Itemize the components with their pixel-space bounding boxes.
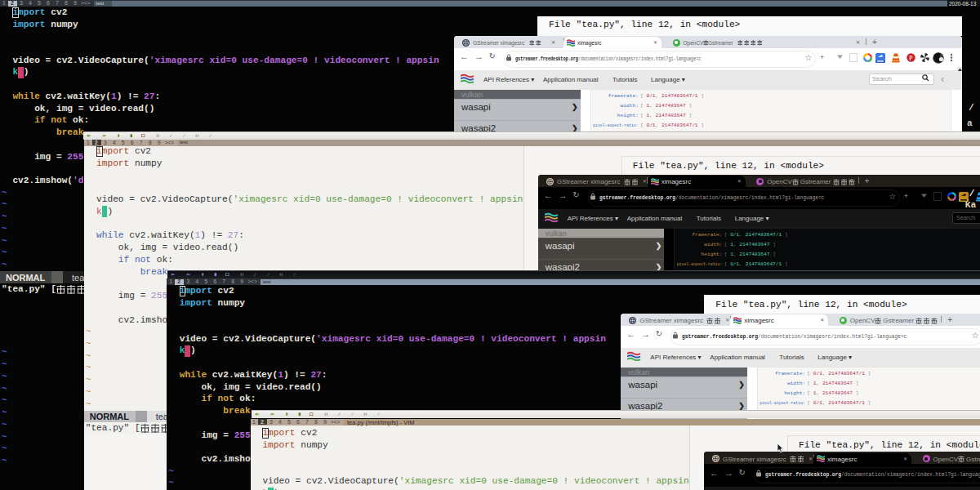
svg-text:P: P xyxy=(909,54,913,61)
